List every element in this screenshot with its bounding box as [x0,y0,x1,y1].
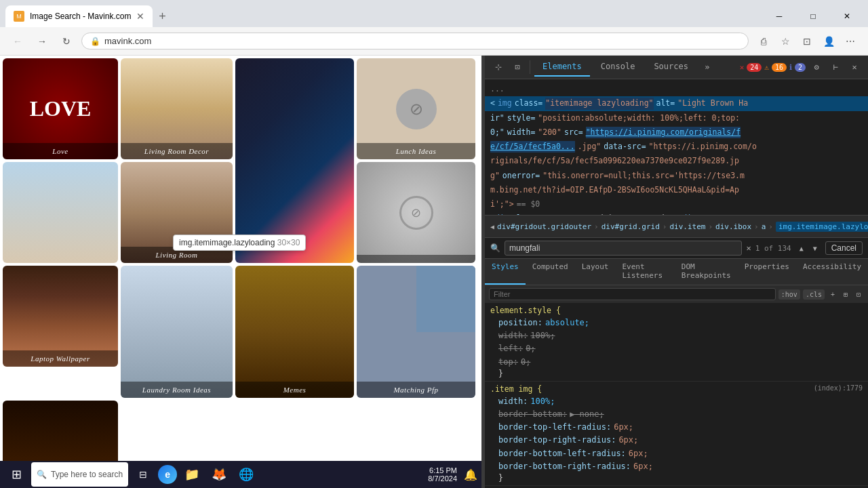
style-tab-computed[interactable]: Computed [526,259,575,285]
item-img-bbrr-rule[interactable]: border-bottom-right-radius: 6px; [490,460,863,473]
devtools-tab-console[interactable]: Console [593,58,644,77]
element-tooltip: img.itemimage.lazyloading 30×30 [173,235,306,251]
devtools-tab-elements[interactable]: Elements [534,58,590,77]
devtools-cursor-button[interactable]: ⊹ [490,59,507,75]
item-img-bblr-rule[interactable]: border-bottom-left-radius: 6px; [490,447,863,460]
windows-start-button[interactable]: ⊞ [4,462,28,487]
computed-style-button[interactable]: ⊡ [853,289,864,300]
style-tab-styles[interactable]: Styles [485,259,526,285]
search-cancel-button[interactable]: Cancel [825,241,863,255]
element-style-close: } [490,369,863,378]
back-button[interactable]: ← [8,32,27,51]
error-badge-container: ✕ 24 [740,59,762,75]
address-bar[interactable]: 🔒 mavink.com [81,33,749,49]
edge-browser-icon[interactable]: e [158,465,177,484]
close-button[interactable]: ✕ [831,5,863,27]
lock-icon: 🔒 [90,37,100,46]
grid-item-love[interactable]: LOVE Love [3,58,118,159]
window-controls: ─ □ ✕ [764,5,863,27]
bc-ibox[interactable]: div.ibox [715,222,751,231]
grid-item-laptop[interactable]: ⊘ [357,162,475,263]
item-img-btlr-rule[interactable]: border-top-left-radius: 6px; [490,421,863,434]
share-button[interactable]: ⎙ [754,32,773,51]
new-style-rule-button[interactable]: ⊞ [840,289,851,300]
item-label-living-decor: Living Room Decor [121,143,233,159]
bc-sep4: › [754,222,759,231]
style-prop-bblr: border-bottom-left-radius: [498,447,626,460]
grid-item-lunch[interactable]: ⊘ Lunch Ideas [357,58,475,159]
refresh-button[interactable]: ↻ [57,32,76,51]
grid-item-brown-hair[interactable]: Laptop Wallpaper [3,266,118,367]
grid-item-abstract[interactable] [235,58,354,263]
search-next-button[interactable]: ▼ [809,242,821,254]
grid-item-blue[interactable]: Matching Pfp [357,266,475,398]
devtools-tab-sources[interactable]: Sources [646,58,696,77]
html-img-line[interactable]: <img class="itemimage lazyloading" alt="… [485,96,868,110]
grid-item-living-decor[interactable]: Living Room Decor [121,58,233,159]
add-style-button[interactable]: + [827,289,838,300]
search-prev-button[interactable]: ▲ [795,242,808,254]
breadcrumb-left-arrow[interactable]: ◀ [490,218,494,235]
bc-item[interactable]: div.item [669,222,705,231]
bc-grid[interactable]: div#grid.grid [601,222,660,231]
item-img-border-bottom-rule[interactable]: border-bottom: ▶ none; [490,408,863,421]
item-img-width-rule[interactable]: width: 100%; [490,395,863,408]
new-tab-button[interactable]: + [153,7,172,26]
devtools-search-input[interactable] [505,241,742,256]
search-taskbar-button[interactable]: 🔍 Type here to search [31,462,128,487]
maximize-button[interactable]: □ [797,5,829,27]
split-view-button[interactable]: ⊡ [797,32,816,51]
firefox-icon[interactable]: 🦊 [207,462,231,487]
pseudo-class-button[interactable]: .cls [803,289,825,300]
style-tab-properties[interactable]: Properties [738,259,796,285]
tab-close-button[interactable]: ✕ [136,11,144,22]
style-prop-left: left: [498,342,523,355]
settings-button[interactable]: ⋯ [841,32,860,51]
style-rule-position[interactable]: position: absolute; [490,317,863,329]
devtools-more-tabs-button[interactable]: » [699,59,715,75]
devtools-actions: ✕ 24 ⚠ 16 ℹ 2 ⚙ ⊢ ✕ [740,59,863,75]
grid-item-laundry[interactable]: Laundry Room Ideas [121,266,233,398]
style-tab-dom-breakpoints[interactable]: DOM Breakpoints [675,259,738,285]
devtools-close-button[interactable]: ✕ [846,59,863,75]
tab-title: Image Search - Mavink.com [30,12,131,21]
task-view-button[interactable]: ⊟ [131,462,155,487]
style-rule-width[interactable]: width: 100%; [490,329,863,342]
devtools-dock-button[interactable]: ⊢ [827,59,844,75]
search-clear-button[interactable]: ✕ [746,243,751,253]
item-img-btrr-rule[interactable]: border-top-right-radius: 6px; [490,434,863,447]
style-prop-width: width: [498,329,528,342]
profile-button[interactable]: 👤 [819,32,838,51]
grid-item-mehndi[interactable]: Memes [235,266,354,398]
style-rule-top[interactable]: top: 0; [490,356,863,369]
style-prop-border-bottom: border-bottom: [498,408,567,421]
style-tab-event-listeners[interactable]: Event Listeners [615,259,674,285]
file-explorer-icon[interactable]: 📁 [180,462,204,487]
notification-icon[interactable]: 🔔 [464,468,477,481]
minimize-button[interactable]: ─ [764,5,795,27]
browser-tab[interactable]: M Image Search - Mavink.com ✕ [5,5,153,27]
bc-a[interactable]: a [762,222,766,231]
style-tab-layout[interactable]: Layout [575,259,616,285]
tooltip-selector: img.itemimage.lazyloading [179,238,275,247]
favorites-button[interactable]: ☆ [776,32,795,51]
style-tab-accessibility[interactable]: Accessibility [796,259,868,285]
grid-item-livroom2[interactable] [3,162,118,263]
bc-sep3: › [708,222,713,231]
style-rule-left[interactable]: left: 0; [490,342,863,355]
search-taskbar-icon: 🔍 [37,470,47,479]
item-label-brown-hair: Laptop Wallpaper [3,350,118,367]
devtools-toolbar: ⊹ ⊡ Elements Console Sources » ✕ 24 ⚠ 16… [485,56,868,79]
bc-active-img[interactable]: img.itemimage.lazyloading [776,222,868,232]
style-val-btlr: 6px; [614,421,633,434]
tab-favicon: M [14,11,24,22]
devtools-device-button[interactable]: ⊡ [509,59,526,75]
devtools-settings-button[interactable]: ⚙ [808,59,825,75]
item-label-matching: Matching Pfp [357,382,475,398]
bc-gridout[interactable]: div#gridout.gridouter [497,222,591,231]
pseudo-hover-button[interactable]: :hov [778,289,800,300]
search-navigation: ▲ ▼ [795,242,821,254]
chrome-icon[interactable]: 🌐 [234,462,258,487]
forward-button[interactable]: → [33,32,52,51]
style-filter-input[interactable] [489,288,776,300]
